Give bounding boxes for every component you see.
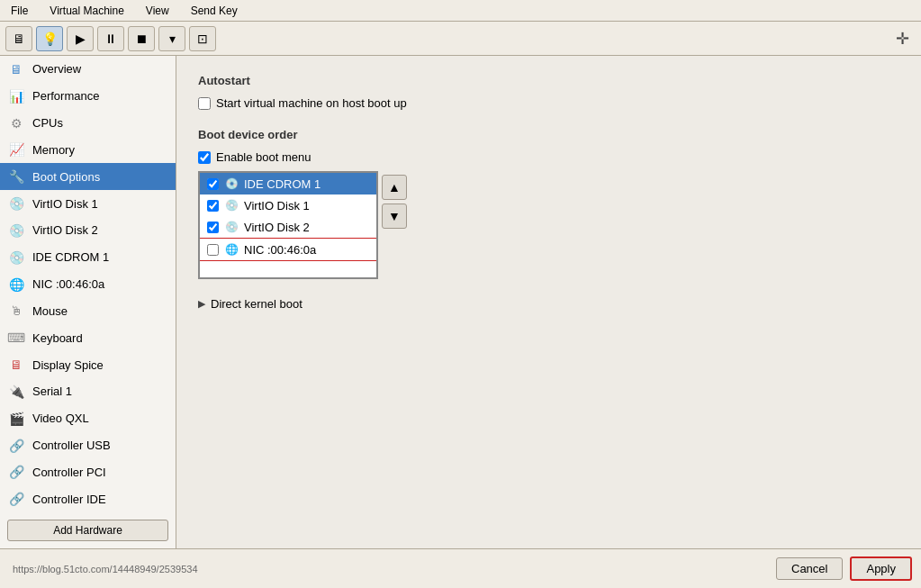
- play-button[interactable]: ▶: [67, 26, 94, 51]
- sidebar-label-overview: Overview: [32, 62, 81, 76]
- sidebar-item-nic[interactable]: 🌐 NIC :00:46:0a: [0, 271, 176, 298]
- boot-item-1[interactable]: 💿 VirtIO Disk 1: [200, 194, 376, 216]
- cdrom-icon: 💿: [7, 249, 25, 267]
- sidebar-item-memory[interactable]: 📈 Memory: [0, 136, 176, 163]
- boot-icon: 🔧: [7, 167, 25, 185]
- boot-item-0-checkbox[interactable]: [207, 178, 219, 190]
- nic-icon: 🌐: [7, 276, 25, 294]
- move-up-button[interactable]: ▲: [382, 175, 407, 200]
- sidebar-item-controller-pci[interactable]: 🔗 Controller PCI: [0, 458, 176, 485]
- display-icon: 🖥: [7, 356, 25, 374]
- boot-section: Boot device order Enable boot menu 💿 IDE…: [198, 128, 899, 279]
- boot-item-2-label: VirtIO Disk 2: [244, 221, 310, 234]
- menu-file[interactable]: File: [7, 4, 32, 18]
- sidebar-label-video: Video QXL: [32, 412, 89, 425]
- memory-icon: 📈: [7, 140, 25, 158]
- sidebar-item-serial-1[interactable]: 🔌 Serial 1: [0, 378, 176, 405]
- pci-icon: 🔗: [7, 463, 25, 481]
- boot-list: 💿 IDE CDROM 1 💿 VirtIO Disk 1 💿 VirtIO D…: [198, 171, 378, 279]
- sidebar-label-disk2: VirtIO Disk 2: [32, 223, 98, 237]
- enable-boot-menu-row: Enable boot menu: [198, 150, 899, 164]
- apply-button[interactable]: Apply: [850, 556, 912, 581]
- boot-item-3-label: NIC :00:46:0a: [244, 243, 316, 257]
- sidebar-item-controller-usb[interactable]: 🔗 Controller USB: [0, 432, 176, 459]
- sidebar-label-boot: Boot Options: [32, 170, 100, 184]
- sidebar-label-usb: Controller USB: [32, 439, 111, 452]
- sidebar-item-overview[interactable]: 🖥 Overview: [0, 56, 176, 83]
- sidebar-item-mouse[interactable]: 🖱 Mouse: [0, 297, 176, 324]
- direct-kernel-label: Direct kernel boot: [211, 297, 302, 311]
- boot-item-1-checkbox[interactable]: [207, 200, 219, 212]
- serial-icon: 🔌: [7, 383, 25, 401]
- sidebar-label-mouse: Mouse: [32, 304, 68, 318]
- menu-send-key[interactable]: Send Key: [187, 4, 241, 18]
- sidebar-item-keyboard[interactable]: ⌨ Keyboard: [0, 324, 176, 351]
- enable-boot-menu-checkbox[interactable]: [198, 151, 211, 164]
- disk2-icon: 💿: [7, 222, 25, 240]
- boot-item-2-checkbox[interactable]: [207, 222, 219, 233]
- enable-boot-menu-label[interactable]: Enable boot menu: [216, 150, 312, 164]
- bottom-bar: https://blog.51cto.com/14448949/2539534 …: [0, 548, 921, 588]
- pause-button[interactable]: ⏸: [97, 26, 124, 51]
- boot-item-3-icon: 🌐: [224, 242, 239, 257]
- boot-device-list: 💿 IDE CDROM 1 💿 VirtIO Disk 1 💿 VirtIO D…: [198, 171, 899, 279]
- sidebar-label-pci: Controller PCI: [32, 466, 106, 479]
- add-hardware-button[interactable]: Add Hardware: [7, 520, 168, 541]
- fullscreen-button[interactable]: ⊡: [189, 26, 216, 51]
- sidebar-label-ide: Controller IDE: [32, 493, 106, 506]
- mouse-icon: 🖱: [7, 302, 25, 320]
- overview-icon: 🖥: [7, 60, 25, 78]
- move-down-button[interactable]: ▼: [382, 204, 407, 229]
- expand-icon: ▶: [198, 298, 205, 310]
- sidebar-item-boot-options[interactable]: 🔧 Boot Options: [0, 163, 176, 190]
- content-area: Autostart Start virtual machine on host …: [176, 56, 921, 548]
- direct-kernel-row[interactable]: ▶ Direct kernel boot: [198, 297, 899, 311]
- boot-item-2[interactable]: 💿 VirtIO Disk 2: [200, 216, 376, 238]
- sidebar-item-display-spice[interactable]: 🖥 Display Spice: [0, 351, 176, 378]
- usb-icon: 🔗: [7, 437, 25, 455]
- autostart-title: Autostart: [198, 74, 899, 87]
- stop-button[interactable]: ⏹: [128, 26, 155, 51]
- boot-item-3-checkbox[interactable]: [207, 244, 219, 256]
- sidebar-label-performance: Performance: [32, 89, 99, 103]
- sidebar-item-ide-cdrom[interactable]: 💿 IDE CDROM 1: [0, 244, 176, 271]
- sidebar-item-performance[interactable]: 📊 Performance: [0, 83, 176, 110]
- sidebar-item-controller-ide[interactable]: 🔗 Controller IDE: [0, 485, 176, 512]
- sidebar-item-cpus[interactable]: ⚙ CPUs: [0, 110, 176, 137]
- sidebar-label-cdrom: IDE CDROM 1: [32, 250, 109, 264]
- sidebar-item-virtio-disk-1[interactable]: 💿 VirtIO Disk 1: [0, 190, 176, 217]
- power-button[interactable]: 💡: [36, 26, 63, 51]
- boot-item-3[interactable]: 🌐 NIC :00:46:0a: [200, 238, 376, 261]
- boot-item-1-label: VirtIO Disk 1: [244, 199, 310, 213]
- boot-item-0[interactable]: 💿 IDE CDROM 1: [200, 173, 376, 194]
- menu-view[interactable]: View: [142, 4, 173, 18]
- autostart-row: Start virtual machine on host boot up: [198, 96, 899, 110]
- cancel-button[interactable]: Cancel: [776, 557, 843, 580]
- monitor-button[interactable]: 🖥: [5, 26, 32, 51]
- autostart-label[interactable]: Start virtual machine on host boot up: [216, 96, 407, 110]
- ide-icon: 🔗: [7, 490, 25, 508]
- boot-item-2-icon: 💿: [224, 220, 239, 234]
- video-icon: 🎬: [7, 410, 25, 428]
- sidebar-item-video-qxl[interactable]: 🎬 Video QXL: [0, 405, 176, 432]
- sidebar-label-serial: Serial 1: [32, 384, 72, 398]
- cpu-icon: ⚙: [7, 114, 25, 132]
- corner-button[interactable]: ✛: [889, 26, 916, 51]
- performance-icon: 📊: [7, 87, 25, 105]
- autostart-checkbox[interactable]: [198, 97, 211, 110]
- url-text: https://blog.51cto.com/14448949/2539534: [9, 564, 769, 574]
- keyboard-icon: ⌨: [7, 329, 25, 347]
- boot-device-title: Boot device order: [198, 128, 899, 141]
- sidebar-label-display: Display Spice: [32, 358, 104, 372]
- sidebar-label-nic: NIC :00:46:0a: [32, 277, 104, 291]
- sidebar-label-cpus: CPUs: [32, 116, 63, 130]
- boot-item-1-icon: 💿: [224, 198, 239, 213]
- sidebar-label-keyboard: Keyboard: [32, 331, 83, 345]
- sidebar-label-memory: Memory: [32, 143, 75, 157]
- sidebar-item-virtio-disk-2[interactable]: 💿 VirtIO Disk 2: [0, 217, 176, 244]
- dropdown-button[interactable]: ▾: [158, 26, 185, 51]
- sidebar: 🖥 Overview 📊 Performance ⚙ CPUs 📈 Memory…: [0, 56, 176, 548]
- menubar: File Virtual Machine View Send Key: [0, 0, 921, 22]
- boot-item-0-label: IDE CDROM 1: [244, 177, 321, 191]
- menu-virtual-machine[interactable]: Virtual Machine: [46, 4, 128, 18]
